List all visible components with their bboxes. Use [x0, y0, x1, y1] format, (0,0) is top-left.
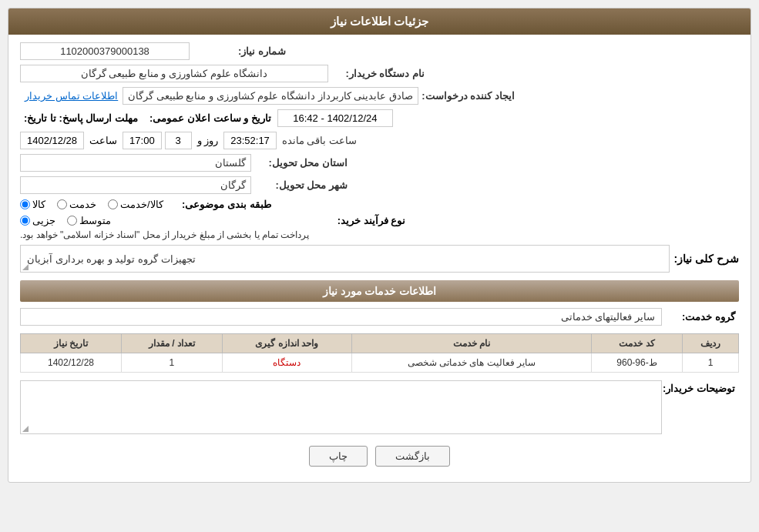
button-row: بازگشت چاپ [20, 446, 739, 474]
day-label: روز و [195, 135, 221, 146]
tosihaat-section: توضیحات خریدار: [20, 380, 739, 434]
days-box: 3 [165, 132, 192, 149]
ostan-value: گلستان [20, 154, 251, 172]
ostan-row: استان محل تحویل: گلستان [20, 154, 739, 172]
main-card: جزئیات اطلاعات نیاز شماره نیاز: 11020003… [8, 8, 751, 483]
khedmat-section-header: اطلاعات خدمات مورد نیاز [20, 280, 739, 302]
table-wrapper: ردیف کد خدمت نام خدمت واحد اندازه گیری ت… [20, 333, 739, 373]
purchase-note: پرداخت تمام یا بخشی از مبلغ خریدار از مح… [20, 229, 309, 240]
tosihaat-label: توضیحات خریدار: [662, 380, 739, 394]
col-date: تاریخ نیاز [21, 334, 122, 353]
mohlat-deadline-row: ساعت باقی مانده 23:52:17 روز و 3 17:00 س… [20, 132, 739, 149]
radio-kala-khedmat[interactable] [108, 199, 118, 209]
radio-kala-khedmat-item[interactable]: کالا/خدمت [108, 199, 163, 210]
card-header: جزئیات اطلاعات نیاز [8, 8, 751, 35]
tarikhe-elam-value: 1402/12/24 - 16:42 [277, 109, 393, 127]
name-dastgah-label: نام دستگاه خریدار: [328, 68, 428, 79]
tarikhe-elam-label: تاریخ و ساعت اعلان عمومی: [146, 112, 274, 124]
time-label: ساعت [87, 135, 119, 146]
radio-khedmat-item[interactable]: خدمت [57, 199, 96, 210]
card-body: شماره نیاز: 1102000379000138 نام دستگاه … [8, 35, 751, 482]
shahr-row: شهر محل تحویل: گرگان [20, 176, 739, 194]
cell-name: سایر فعالیت های خدماتی شخصی [351, 353, 592, 373]
tosihaat-box [20, 380, 662, 434]
mohlat-label: مهلت ارسال پاسخ: تا تاریخ: [20, 112, 142, 124]
sharh-label: شرح کلی نیاز: [674, 253, 739, 265]
remaining-text: ساعت باقی مانده [280, 135, 359, 146]
radio-motovaset-item[interactable]: متوسط [67, 215, 111, 226]
radio-khedmat-label: خدمت [69, 199, 96, 210]
page-title: جزئیات اطلاعات نیاز [331, 15, 428, 28]
name-dastgah-value: دانشگاه علوم کشاورزی و منابع طبیعی گرگان [20, 65, 328, 82]
table-header-row: ردیف کد خدمت نام خدمت واحد اندازه گیری ت… [21, 334, 739, 353]
shomara-row: شماره نیاز: 1102000379000138 [20, 42, 739, 60]
radio-kala-item[interactable]: کالا [20, 199, 45, 210]
radio-jazei-label: جزیی [32, 215, 55, 226]
ostan-label: استان محل تحویل: [251, 157, 351, 169]
table-row: 1 ط-96-960 سایر فعالیت های خدماتی شخصی د… [21, 353, 739, 373]
col-code: کد خدمت [592, 334, 683, 353]
time-box: 17:00 [123, 132, 162, 149]
radio-jazei[interactable] [20, 216, 30, 226]
purchase-label: نوع فرآیند خرید: [309, 215, 409, 226]
purchase-content: متوسط جزیی پرداخت تمام یا بخشی از مبلغ خ… [20, 215, 309, 240]
shahr-label: شهر محل تحویل: [251, 179, 351, 191]
shomara-niaz-value: 1102000379000138 [20, 42, 190, 60]
back-button[interactable]: بازگشت [375, 446, 450, 467]
radio-jazei-item[interactable]: جزیی [20, 215, 55, 226]
cell-date: 1402/12/28 [21, 353, 122, 373]
table-body: 1 ط-96-960 سایر فعالیت های خدماتی شخصی د… [21, 353, 739, 373]
cell-count: 1 [121, 353, 222, 373]
col-count: تعداد / مقدار [121, 334, 222, 353]
ijad-value: صادق عابدینی کاربرداز دانشگاه علوم کشاور… [123, 87, 418, 105]
goroh-khedmat-row: گروه خدمت: سایر فعالیتهای خدماتی [20, 308, 739, 326]
date-box: 1402/12/28 [20, 132, 84, 149]
purchase-radios: متوسط جزیی [20, 215, 111, 226]
radio-motovaset[interactable] [67, 216, 77, 226]
sharh-value: تجهیزات گروه تولید و بهره برداری آبزیان [27, 253, 196, 265]
tabaqe-label: طبقه بندی موضوعی: [175, 199, 275, 210]
radio-kala[interactable] [20, 199, 30, 209]
shomara-niaz-label: شماره نیاز: [190, 45, 290, 57]
goroh-khedmat-value: سایر فعالیتهای خدماتی [20, 308, 662, 326]
print-button[interactable]: چاپ [309, 446, 368, 467]
ijad-row: ایجاد کننده درخواست: صادق عابدینی کاربرد… [20, 87, 739, 105]
ijad-label: ایجاد کننده درخواست: [418, 90, 519, 102]
radio-kala-khedmat-label: کالا/خدمت [120, 199, 163, 210]
purchase-row: نوع فرآیند خرید: متوسط جزیی پرداخت تمام … [20, 215, 739, 240]
shahr-value: گرگان [20, 176, 251, 194]
seconds-box: 23:52:17 [223, 132, 277, 149]
radio-khedmat[interactable] [57, 199, 67, 209]
tabaqe-row: طبقه بندی موضوعی: کالا/خدمت خدمت کالا [20, 199, 739, 210]
radio-kala-label: کالا [32, 199, 45, 210]
page-wrapper: جزئیات اطلاعات نیاز شماره نیاز: 11020003… [0, 0, 759, 532]
col-radif: ردیف [682, 334, 738, 353]
name-dastgah-row: نام دستگاه خریدار: دانشگاه علوم کشاورزی … [20, 65, 739, 82]
ittelaat-link[interactable]: اطلاعات تماس خریدار [20, 88, 123, 104]
sharh-section: شرح کلی نیاز: تجهیزات گروه تولید و بهره … [20, 245, 739, 273]
sharh-box: تجهیزات گروه تولید و بهره برداری آبزیان [20, 245, 670, 273]
radio-motovaset-label: متوسط [79, 215, 111, 226]
cell-radif: 1 [682, 353, 738, 373]
cell-code: ط-96-960 [592, 353, 683, 373]
tabaqe-radio-group: کالا/خدمت خدمت کالا [20, 199, 163, 210]
services-table: ردیف کد خدمت نام خدمت واحد اندازه گیری ت… [20, 333, 739, 373]
cell-unit: دستگاه [222, 353, 351, 373]
goroh-khedmat-label: گروه خدمت: [662, 311, 739, 323]
col-unit: واحد اندازه گیری [222, 334, 351, 353]
col-name: نام خدمت [351, 334, 592, 353]
